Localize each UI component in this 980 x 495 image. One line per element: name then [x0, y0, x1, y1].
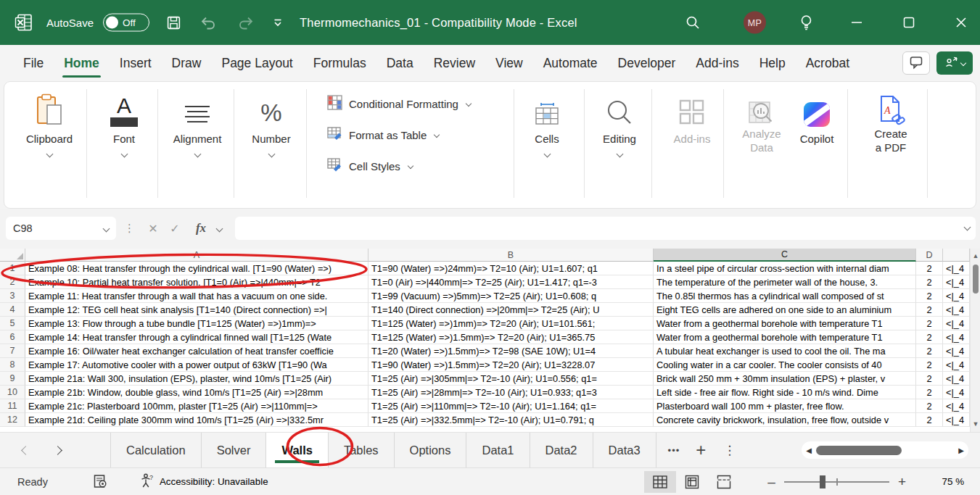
cell-C8[interactable]: Cooling water in a car cooler. The coole…: [654, 358, 916, 372]
normal-view-button[interactable]: [644, 471, 676, 493]
row-header-1[interactable]: 1: [0, 262, 25, 275]
copilot-button[interactable]: Copilot: [782, 91, 852, 145]
formula-enter-icon[interactable]: ✓: [164, 217, 186, 240]
horizontal-scroll-thumb[interactable]: [816, 446, 902, 455]
alignment-group-button[interactable]: Alignment: [162, 91, 232, 157]
sheet-tab-walls[interactable]: Walls: [266, 433, 328, 467]
cell-A10[interactable]: Example 21b: Window, double glass, wind …: [25, 386, 368, 399]
cell-D8[interactable]: 2: [916, 358, 943, 372]
ribbon-tab-view[interactable]: View: [485, 45, 533, 81]
horizontal-scrollbar[interactable]: ◀ ▶: [802, 441, 968, 459]
cell-D10[interactable]: 2: [916, 386, 943, 399]
cell-E9[interactable]: <|_4: [943, 372, 970, 386]
cell-B10[interactable]: T1=25 (Air) =>|28mm|=> T2=-10 (Air); U1=…: [368, 386, 654, 399]
cell-A6[interactable]: Example 14: Heat transfer through a cyli…: [25, 330, 368, 344]
cell-E2[interactable]: <|_4: [943, 275, 970, 289]
ribbon-tab-automate[interactable]: Automate: [533, 45, 608, 81]
maximize-button[interactable]: [898, 12, 920, 33]
scroll-right-icon[interactable]: ▶: [954, 446, 968, 454]
cell-B6[interactable]: T1=125 (Water) =>)1.5mm)=> T2=20 (Air); …: [368, 330, 654, 344]
sheet-options-icon[interactable]: ⋮: [723, 443, 736, 458]
cell-D2[interactable]: 2: [916, 275, 943, 289]
cell-B1[interactable]: T1=90 (Water) =>)24mm)=> T2=10 (Air); U1…: [368, 262, 654, 275]
row-header-11[interactable]: 11: [0, 399, 25, 413]
cell-A4[interactable]: Example 12: TEG cell heat sink analysis …: [25, 303, 368, 317]
macro-record-button[interactable]: [93, 474, 108, 489]
row-header-8[interactable]: 8: [0, 358, 25, 372]
zoom-out-button[interactable]: –: [767, 474, 775, 490]
row-header-10[interactable]: 10: [0, 386, 25, 399]
number-group-button[interactable]: % Number: [236, 91, 306, 157]
share-button[interactable]: [936, 51, 973, 75]
page-break-view-button[interactable]: [708, 471, 740, 493]
cell-E10[interactable]: <|_4: [943, 386, 970, 399]
sheet-tab-data3[interactable]: Data3: [593, 433, 656, 467]
cell-C9[interactable]: Brick wall 250 mm + 30mm insulation (EPS…: [654, 372, 916, 386]
ribbon-tab-developer[interactable]: Developer: [608, 45, 686, 81]
ribbon-tab-review[interactable]: Review: [424, 45, 485, 81]
cell-B3[interactable]: T1=99 (Vacuum) =>)5mm)=> T2=25 (Air); U1…: [368, 289, 654, 303]
cell-B8[interactable]: T1=90 (Water) =>)1.5mm)=> T2=20 (Air); U…: [368, 358, 654, 372]
avatar[interactable]: MP: [744, 12, 766, 34]
ribbon-tab-file[interactable]: File: [13, 45, 54, 81]
quick-access-chevron-icon[interactable]: [267, 12, 289, 33]
editing-group-button[interactable]: Editing: [585, 91, 654, 157]
cell-D1[interactable]: 2: [916, 262, 943, 275]
row-header-6[interactable]: 6: [0, 330, 25, 344]
zoom-slider-thumb[interactable]: [820, 475, 825, 488]
undo-icon[interactable]: [197, 12, 219, 33]
row-header-4[interactable]: 4: [0, 303, 25, 317]
select-all-button[interactable]: [0, 249, 25, 262]
autosave-toggle[interactable]: Off: [103, 14, 149, 32]
sheet-tab-calculation[interactable]: Calculation: [110, 433, 202, 467]
column-header-e[interactable]: [943, 249, 970, 262]
sheet-tab-data1[interactable]: Data1: [466, 433, 530, 467]
cell-E4[interactable]: <|_4: [943, 303, 970, 317]
cell-C12[interactable]: Concrete cavity brickwork, insulation, f…: [654, 413, 916, 427]
sheet-tab-solver[interactable]: Solver: [202, 433, 267, 467]
cell-A8[interactable]: Example 17: Automotive cooler with a pow…: [25, 358, 368, 372]
zoom-in-button[interactable]: +: [898, 474, 906, 490]
ribbon-tab-page-layout[interactable]: Page Layout: [211, 45, 302, 81]
cell-B5[interactable]: T1=125 (Water) =>)1mm)=> T2=20 (Air); U1…: [368, 317, 654, 330]
cell-C3[interactable]: The 0.85l thermos has a cylindrical wall…: [654, 289, 916, 303]
column-header-b[interactable]: B: [368, 249, 654, 262]
accessibility-status[interactable]: ? Accessibility: Unavailable: [140, 473, 268, 491]
ribbon-tab-data[interactable]: Data: [376, 45, 424, 81]
sheet-tab-options[interactable]: Options: [395, 433, 467, 467]
cell-A12[interactable]: Example 21d: Ceiling plate 300mm wind 10…: [25, 413, 368, 427]
cell-E8[interactable]: <|_4: [943, 358, 970, 372]
row-header-3[interactable]: 3: [0, 289, 25, 303]
format-as-table-button[interactable]: Format as Table: [327, 126, 439, 143]
ribbon-tab-add-ins[interactable]: Add-ins: [685, 45, 749, 81]
more-sheets-button[interactable]: •••: [668, 445, 680, 456]
cell-E5[interactable]: <|_4: [943, 317, 970, 330]
cell-E6[interactable]: <|_4: [943, 330, 970, 344]
clipboard-group-button[interactable]: Clipboard: [15, 91, 84, 157]
save-button[interactable]: [162, 12, 184, 33]
column-header-d[interactable]: D: [916, 249, 943, 262]
cell-C11[interactable]: Plasterboard wall 100 mm + plaster, free…: [654, 399, 916, 413]
cell-C2[interactable]: The temperature of the perimeter wall of…: [654, 275, 916, 289]
minimize-button[interactable]: [846, 12, 868, 33]
zoom-slider[interactable]: [784, 481, 889, 483]
cell-C6[interactable]: Water from a geothermal borehole with te…: [654, 330, 916, 344]
cell-A9[interactable]: Example 21a: Wall 300, insulation (EPS),…: [25, 372, 368, 386]
cell-C7[interactable]: A tubular heat exchanger is used to cool…: [654, 344, 916, 358]
cell-E1[interactable]: <|_4: [943, 262, 970, 275]
vertical-scrollbar[interactable]: ▲ ▼: [970, 249, 980, 432]
ribbon-tab-insert[interactable]: Insert: [110, 45, 162, 81]
cell-D5[interactable]: 2: [916, 317, 943, 330]
cell-D6[interactable]: 2: [916, 330, 943, 344]
sheet-tab-tables[interactable]: Tables: [329, 433, 395, 467]
search-icon[interactable]: [682, 12, 704, 33]
cell-C4[interactable]: Eight TEG cells are adhered on one side …: [654, 303, 916, 317]
formula-cancel-icon[interactable]: ✕: [142, 217, 164, 240]
zoom-level[interactable]: 75 %: [926, 476, 964, 487]
ribbon-tab-acrobat[interactable]: Acrobat: [796, 45, 860, 81]
sheet-tab-data2[interactable]: Data2: [530, 433, 593, 467]
comments-button[interactable]: [902, 51, 930, 75]
close-button[interactable]: [950, 12, 972, 33]
cell-D12[interactable]: 2: [916, 413, 943, 427]
scroll-down-icon[interactable]: ▼: [971, 420, 980, 428]
